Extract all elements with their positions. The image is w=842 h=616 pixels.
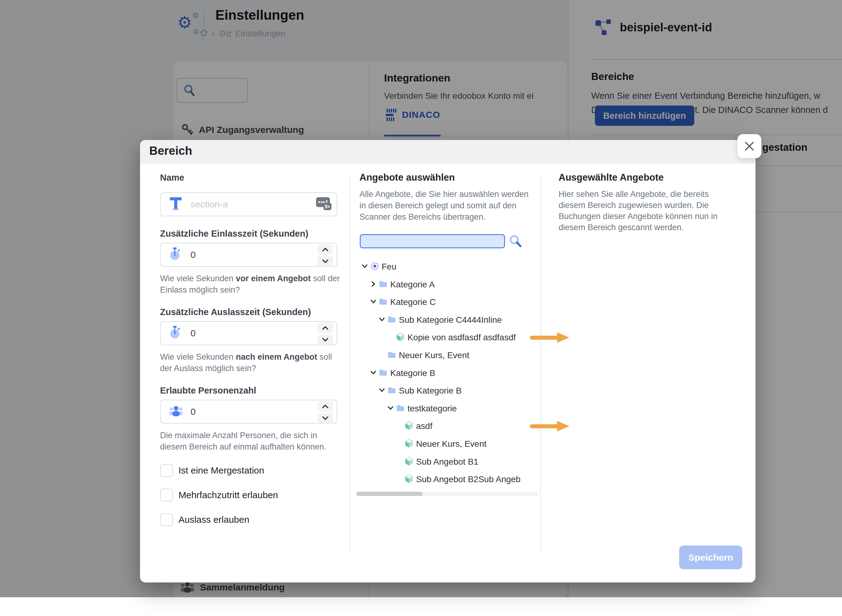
tree-item-label[interactable]: Neuer Kurs, Event [416,439,487,449]
chevron-down-icon[interactable] [387,404,394,413]
offers-tree: FeuKategorie AKategorie CSub Kategorie C… [140,140,540,549]
radio-icon [370,261,380,272]
tree-item-label[interactable]: Kategorie B [390,368,435,378]
tree-item[interactable]: Sub Angebot B2Sub Angeb [140,472,540,486]
chevron-down-icon[interactable] [370,298,377,307]
bereich-modal: Bereich Name 9+ Z [140,140,755,582]
tree-item[interactable]: Kategorie A [140,278,540,291]
tree-item-label[interactable]: Sub Angebot B2Sub Angeb [416,474,521,484]
tree-item-label[interactable]: Neuer Kurs, Event [399,351,469,360]
chevron-down-icon[interactable] [370,369,377,377]
tree-item-label[interactable]: asdf [416,421,433,431]
app-root: ⚙ ⚙ ⚙ Einstellungen › ⚙ʫ Einstellungen A… [0,0,842,616]
tree-item-label[interactable]: Kategorie C [390,297,436,307]
tree-item-label[interactable]: Sub Angebot B1 [416,457,478,467]
annotation-arrow-icon [530,421,569,431]
tree-item-label[interactable]: Kopie von asdfasdf asdfasdf [408,333,516,342]
chevron-down-icon[interactable] [378,386,386,395]
tree-item-label[interactable]: Sub Kategorie C4444Inline [399,315,502,325]
tree-item[interactable]: Kategorie C [140,295,540,309]
cube-icon [396,332,405,343]
tree-item[interactable]: testkategorie [140,402,540,415]
tree-item-label[interactable]: Sub Kategorie B [399,386,462,396]
folder-icon [387,351,396,360]
tree-item-label[interactable]: Feu [381,262,396,272]
folder-icon [396,404,405,413]
folder-icon [379,298,387,307]
tree-item[interactable]: Sub Kategorie C4444Inline [140,313,540,327]
chevron-down-icon[interactable] [361,263,368,271]
horizontal-scrollbar[interactable] [356,492,538,496]
folder-icon [379,369,387,377]
close-icon[interactable] [737,134,761,158]
column-divider [540,176,541,554]
tree-item[interactable]: Kopie von asdfasdf asdfasdf [140,331,540,344]
tree-item[interactable]: Neuer Kurs, Event [140,349,540,362]
cube-icon [405,474,413,485]
cube-icon [405,439,413,449]
scrollbar-thumb[interactable] [356,492,422,496]
tree-item[interactable]: Feu [140,260,540,274]
chevron-down-icon[interactable] [378,316,386,324]
cube-icon [405,421,413,431]
selected-offers-description: Hier sehen Sie alle Angebote, die bereit… [559,189,717,233]
selected-offers-title: Ausgewählte Angebote [559,172,664,183]
tree-item[interactable]: Sub Kategorie B [140,384,540,397]
tree-item[interactable]: Kategorie B [140,367,540,380]
tree-item[interactable]: Sub Angebot B1 [140,455,540,469]
folder-icon [387,386,396,395]
folder-icon [379,280,387,289]
folder-icon [387,316,396,324]
cube-icon [405,457,413,467]
tree-item[interactable]: asdf [140,419,540,433]
tree-item-label[interactable]: Kategorie A [390,280,435,289]
tree-item[interactable]: Neuer Kurs, Event [140,437,540,451]
page-bottom-strip [0,597,842,616]
save-button[interactable]: Speichern [679,546,742,569]
chevron-right-icon[interactable] [370,280,377,289]
annotation-arrow-icon [530,332,569,343]
tree-item-label[interactable]: testkategorie [408,404,457,414]
